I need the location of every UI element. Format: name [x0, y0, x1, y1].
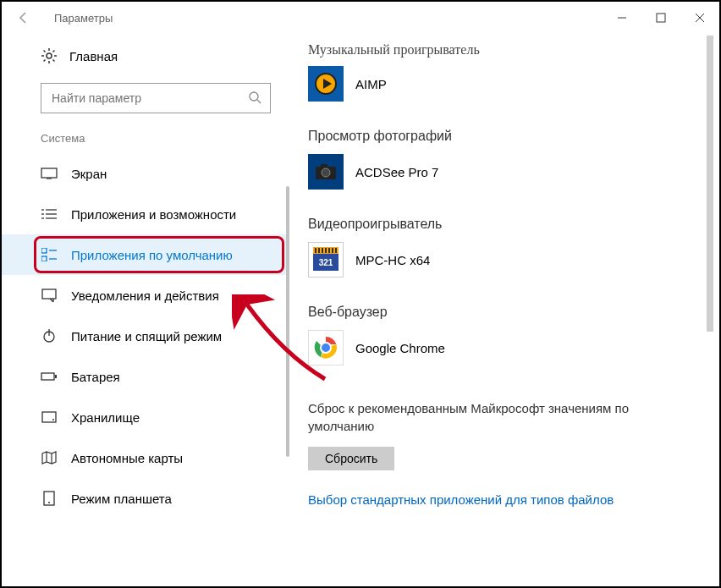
link-file-types[interactable]: Выбор стандартных приложений для типов ф… [308, 492, 685, 507]
window-title: Параметры [54, 12, 113, 25]
app-row-video[interactable]: 321 MPC-HC x64 [308, 242, 685, 278]
svg-text:321: 321 [319, 258, 333, 267]
acdsee-icon [308, 154, 344, 190]
svg-rect-15 [41, 256, 47, 261]
search-icon [248, 91, 261, 107]
svg-rect-13 [41, 248, 47, 253]
sidebar-item-apps-features[interactable]: Приложения и возможности [2, 194, 289, 234]
sidebar-item-label: Приложения и возможности [71, 207, 236, 222]
sidebar-item-label: Автономные карты [71, 451, 183, 465]
maximize-button[interactable] [641, 2, 680, 34]
svg-rect-17 [42, 289, 56, 299]
svg-point-3 [250, 92, 258, 101]
battery-icon [41, 368, 58, 385]
section-title-browser: Веб-браузер [308, 305, 685, 320]
svg-point-23 [52, 419, 54, 420]
storage-icon [41, 409, 58, 426]
svg-rect-35 [318, 248, 320, 253]
svg-rect-38 [328, 248, 330, 253]
content-scrollbar[interactable] [704, 36, 716, 585]
svg-rect-1 [657, 14, 665, 22]
gear-icon [41, 47, 58, 64]
reset-button[interactable]: Сбросить [308, 447, 394, 470]
svg-point-25 [48, 502, 50, 503]
sidebar-item-label: Экран [71, 167, 107, 181]
svg-line-4 [257, 100, 261, 103]
svg-rect-20 [41, 373, 54, 380]
svg-rect-5 [41, 168, 57, 178]
svg-point-29 [322, 168, 330, 177]
truncated-section-title: Музыкальный проигрыватель [308, 42, 685, 58]
section-title-video: Видеопроигрыватель [308, 217, 685, 232]
sidebar-item-label: Уведомления и действия [71, 289, 219, 303]
sidebar-item-label: Режим планшета [71, 492, 172, 506]
sidebar-item-power[interactable]: Питание и спящий режим [2, 316, 289, 356]
sidebar-item-label: Хранилище [71, 410, 140, 425]
chrome-icon [308, 330, 344, 365]
aimp-icon [308, 66, 344, 102]
sidebar-item-label: Питание и спящий режим [71, 329, 222, 343]
map-icon [41, 449, 58, 466]
search-field[interactable] [50, 91, 248, 106]
svg-rect-21 [55, 375, 57, 378]
app-row-music[interactable]: AIMP [308, 66, 685, 102]
notification-icon [41, 287, 58, 304]
content-pane: Музыкальный проигрыватель AIMP Просмотр … [289, 34, 719, 586]
sidebar-item-notifications[interactable]: Уведомления и действия [2, 275, 289, 316]
app-label: ACDSee Pro 7 [355, 165, 438, 179]
svg-rect-40 [335, 248, 337, 253]
app-label: MPC-HC x64 [355, 253, 430, 267]
sidebar-item-display[interactable]: Экран [2, 153, 289, 194]
sidebar-item-battery[interactable]: Батарея [2, 356, 289, 397]
sidebar-item-label: Приложения по умолчанию [71, 248, 233, 262]
svg-rect-30 [321, 164, 327, 168]
close-button[interactable] [680, 2, 719, 34]
mpchc-icon: 321 [308, 242, 344, 278]
svg-point-42 [321, 343, 331, 353]
sidebar-item-tablet[interactable]: Режим планшета [2, 478, 289, 519]
svg-rect-22 [42, 412, 56, 422]
svg-rect-34 [315, 248, 316, 253]
category-label: Система [2, 132, 289, 153]
titlebar: Параметры [2, 2, 719, 34]
minimize-button[interactable] [603, 2, 641, 34]
sidebar-item-storage[interactable]: Хранилище [2, 397, 289, 437]
default-apps-icon [41, 246, 58, 263]
app-label: Google Chrome [355, 341, 445, 355]
power-icon [41, 327, 58, 344]
app-row-photos[interactable]: ACDSee Pro 7 [308, 154, 685, 190]
svg-rect-39 [332, 248, 333, 253]
sidebar-item-maps[interactable]: Автономные карты [2, 437, 289, 478]
search-input[interactable] [41, 83, 271, 113]
home-label: Главная [69, 49, 118, 63]
home-button[interactable]: Главная [2, 34, 289, 76]
svg-rect-37 [325, 248, 327, 253]
back-button[interactable] [12, 6, 36, 30]
svg-rect-36 [322, 248, 323, 253]
sidebar-item-label: Батарея [71, 370, 120, 384]
reset-description: Сброс к рекомендованным Майкрософт значе… [308, 399, 630, 435]
sidebar: Главная Система Экран Приложения и возмо… [2, 34, 289, 586]
app-row-browser[interactable]: Google Chrome [308, 330, 685, 365]
section-title-photos: Просмотр фотографий [308, 129, 685, 144]
list-icon [41, 206, 58, 223]
sidebar-item-default-apps[interactable]: Приложения по умолчанию [2, 234, 289, 275]
tablet-icon [41, 490, 58, 507]
display-icon [41, 165, 58, 182]
svg-point-2 [47, 53, 52, 58]
app-label: AIMP [355, 77, 387, 91]
